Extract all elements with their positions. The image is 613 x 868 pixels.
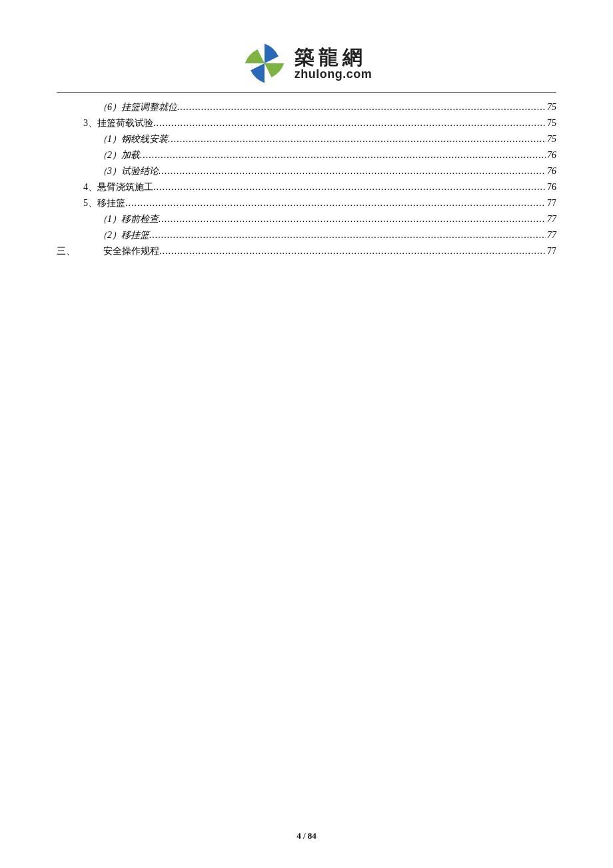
toc-title: （1）钢绞线安装	[98, 131, 168, 147]
toc-entry: 3、挂篮荷载试验 75	[57, 115, 556, 131]
toc-page: 76	[546, 163, 556, 179]
toc-title: （1）移前检查	[98, 211, 159, 227]
toc-leader	[159, 243, 546, 259]
toc-page: 76	[546, 147, 556, 163]
toc-entry: （2）加载 76	[57, 147, 556, 163]
toc-entry: 5、移挂篮 77	[57, 195, 556, 211]
site-logo: 築龍網 zhulong.com	[57, 40, 556, 87]
toc-leader	[159, 163, 546, 179]
logo-text-cn: 築龍網	[295, 46, 372, 68]
toc-page: 75	[546, 131, 556, 147]
logo-icon	[241, 40, 288, 87]
toc-leader	[153, 179, 546, 195]
toc-leader	[125, 195, 546, 211]
toc-title: （6）挂篮调整就位	[98, 99, 177, 115]
toc-leader	[177, 99, 546, 115]
toc-title: 4、悬臂浇筑施工	[83, 179, 153, 195]
header-divider	[57, 92, 556, 93]
toc-title: 3、挂篮荷载试验	[83, 115, 153, 131]
toc-page: 75	[546, 115, 556, 131]
toc-page: 77	[546, 227, 556, 243]
toc-page: 77	[546, 211, 556, 227]
toc-entry: 三、 安全操作规程 77	[57, 243, 556, 259]
toc-page: 77	[546, 195, 556, 211]
toc-title: 5、移挂篮	[83, 195, 125, 211]
toc-page: 75	[546, 99, 556, 115]
toc-entry: （2）移挂篮 77	[57, 227, 556, 243]
toc-entry: （1）移前检查 77	[57, 211, 556, 227]
page-footer: 4 / 84	[0, 831, 613, 841]
toc-entry: （6）挂篮调整就位 75	[57, 99, 556, 115]
toc-entry: （3）试验结论 76	[57, 163, 556, 179]
toc-prefix: 三、	[57, 243, 103, 259]
toc-leader	[168, 131, 546, 147]
toc-leader	[153, 115, 546, 131]
toc-leader	[140, 147, 546, 163]
toc-title: （2）移挂篮	[98, 227, 149, 243]
toc-entry: 4、悬臂浇筑施工 76	[57, 179, 556, 195]
toc-leader	[149, 227, 546, 243]
toc-title: 安全操作规程	[103, 243, 159, 259]
page-sep: /	[301, 831, 308, 841]
page-total: 84	[308, 831, 316, 841]
toc-page: 76	[546, 179, 556, 195]
toc-title: （3）试验结论	[98, 163, 159, 179]
toc-page: 77	[546, 243, 556, 259]
toc-title: （2）加载	[98, 147, 140, 163]
toc-entry: （1）钢绞线安装 75	[57, 131, 556, 147]
toc-leader	[159, 211, 546, 227]
logo-text-en: zhulong.com	[295, 68, 372, 81]
